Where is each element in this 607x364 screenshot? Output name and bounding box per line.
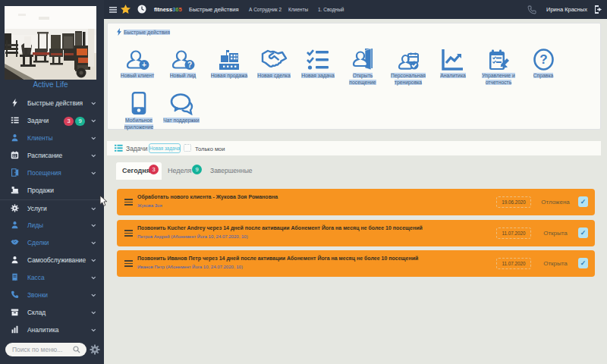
svg-text:+: + [142,61,146,69]
svg-text:?: ? [539,52,547,67]
svg-text:?: ? [187,61,191,69]
